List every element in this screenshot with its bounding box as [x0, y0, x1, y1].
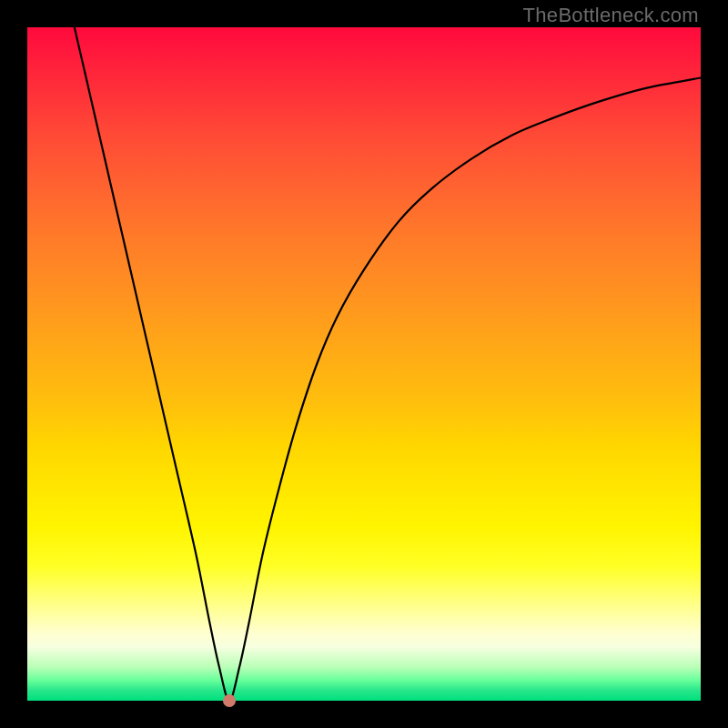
optimal-point-marker: [223, 694, 236, 707]
chart-frame: TheBottleneck.com: [0, 0, 728, 728]
plot-area: [27, 27, 701, 701]
bottleneck-curve: [27, 27, 701, 701]
watermark-text: TheBottleneck.com: [523, 4, 699, 27]
